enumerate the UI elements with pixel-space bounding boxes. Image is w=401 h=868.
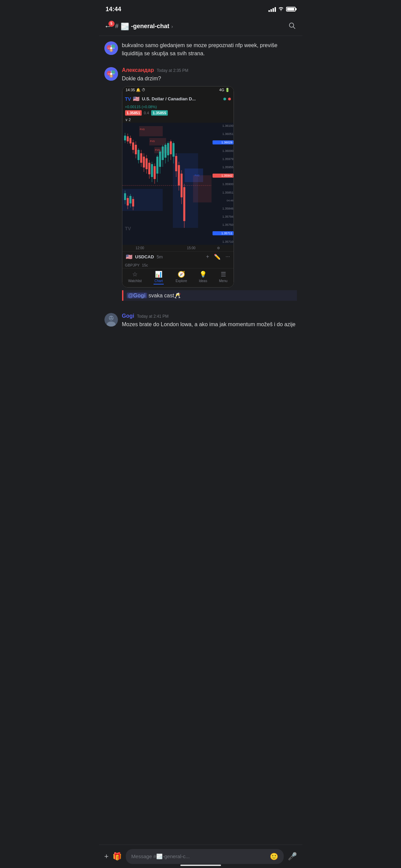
aleksandar-timestamp: Today at 2:35 PM <box>157 68 188 73</box>
svg-rect-66 <box>175 156 177 171</box>
ideas-icon: 💡 <box>199 271 207 278</box>
tv-nav-menu[interactable]: ☰ Menu <box>219 271 227 284</box>
back-button[interactable]: ← 5 <box>104 23 112 30</box>
channel-chevron-icon: › <box>172 24 173 29</box>
svg-rect-60 <box>167 143 169 155</box>
svg-rect-76 <box>126 198 128 205</box>
aleksandar-question: Dokle da drzim? <box>122 75 297 83</box>
tv-header: TV 🇺🇸 U.S. Dollar / Canadian D... <box>122 94 234 104</box>
svg-rect-34 <box>132 142 134 150</box>
svg-rect-40 <box>140 153 142 163</box>
svg-rect-58 <box>164 145 166 158</box>
tv-pen-icon[interactable]: ✏️ <box>214 254 221 260</box>
tv-price-row: 1.35851 0.4 1.35855 <box>122 110 234 117</box>
tv-nav-chart[interactable]: 📊 Chart <box>154 271 164 284</box>
avatar-prev <box>104 41 118 55</box>
tv-add-icon[interactable]: + <box>206 254 209 260</box>
username-aleksandar: Александар <box>122 67 154 73</box>
phone-status-bar: 14:35 🔔 ⏱ 4G 🔋 <box>122 86 234 94</box>
channel-name-area[interactable]: # 🌫️ -general-chat › <box>115 22 283 31</box>
aleksandar-message: Александар Today at 2:35 PM Dokle da drz… <box>99 65 302 304</box>
svg-rect-70 <box>180 174 182 197</box>
tv-nav-explore[interactable]: 🧭 Explore <box>176 271 187 284</box>
tv-flag-icon: 🇺🇸 <box>133 96 140 102</box>
username-gogi: Gogi <box>122 313 134 319</box>
tv-symbol: USDCAD <box>135 254 154 259</box>
avatar-aleksandar <box>104 67 118 81</box>
tv-indicators <box>223 98 231 100</box>
dot-green-icon <box>223 98 226 100</box>
tv-bottom-nav: ☆ Watchlist 📊 Chart 🧭 Explore 💡 Id <box>122 268 234 287</box>
gogi-message-header: Gogi Today at 2:41 PM <box>122 313 297 319</box>
tv-nav-menu-label: Menu <box>219 279 227 283</box>
svg-rect-48 <box>151 164 153 177</box>
tradingview-screenshot: 14:35 🔔 ⏱ 4G 🔋 TV 🇺🇸 U.S. Dollar / Canad… <box>122 86 234 288</box>
tv-timeframe: 5m <box>157 254 163 259</box>
add-button[interactable]: + <box>104 852 109 861</box>
signal-bars-icon <box>268 6 276 12</box>
gogi-message: Gogi Today at 2:41 PM Mozes brate do Lon… <box>99 311 302 331</box>
channel-emoji-icon: 🌫️ <box>121 22 129 31</box>
channel-header: ← 5 # 🌫️ -general-chat › <box>99 17 302 36</box>
prev-message-content: bukvalno samo gledanjem se moze prepozna… <box>122 41 297 58</box>
tv-ask-price: 1.35855 <box>151 110 168 116</box>
tv-toolbar-actions: + ✏️ ··· <box>206 254 230 260</box>
svg-rect-28 <box>124 136 126 140</box>
tv-nav-ideas[interactable]: 💡 Ideas <box>199 271 207 284</box>
messages-area: bukvalno samo gledanjem se moze prepozna… <box>99 36 302 361</box>
tv-second-pair: GBPJPY 15c <box>122 262 234 268</box>
wifi-icon <box>278 6 284 12</box>
channel-hash-icon: # <box>115 23 119 30</box>
gift-button[interactable]: 🎁 <box>113 852 122 861</box>
tv-time-12: 12:00 <box>136 246 144 250</box>
search-button[interactable] <box>287 20 297 32</box>
mention-gogi: @Gogi <box>127 293 147 298</box>
svg-text:FVG: FVG <box>150 140 155 142</box>
prev-message: bukvalno samo gledanjem se moze prepozna… <box>99 39 302 60</box>
menu-icon: ☰ <box>221 271 226 278</box>
tv-nav-chart-label: Chart <box>155 279 163 283</box>
status-bar: 14:44 <box>99 0 302 17</box>
gogi-timestamp: Today at 2:41 PM <box>137 314 168 319</box>
channel-title: -general-chat <box>131 23 169 30</box>
gogi-message-content: Gogi Today at 2:41 PM Mozes brate do Lon… <box>122 313 297 329</box>
emoji-button[interactable]: 🙂 <box>270 852 278 861</box>
prev-message-text: bukvalno samo gledanjem se moze prepozna… <box>122 41 297 58</box>
gogi-message-text: Mozes brate do London lowa, a ako ima ja… <box>122 320 297 329</box>
svg-rect-25 <box>193 175 212 202</box>
tv-price-change: +0.00115 (+0.08%) <box>122 104 234 110</box>
highlighted-reply-text: svaka cast🥂 <box>148 293 181 298</box>
phone-time: 14:35 🔔 ⏱ <box>126 88 146 92</box>
watchlist-icon: ☆ <box>132 271 138 278</box>
svg-point-84 <box>109 317 111 318</box>
svg-text:FVG: FVG <box>140 128 144 131</box>
svg-rect-42 <box>143 157 145 167</box>
tv-time-15: 15:00 <box>187 246 196 250</box>
message-input[interactable]: Message #🌫️-general-c... 🙂 <box>126 849 283 864</box>
tv-price-labels: 1.36100 1.36051 1.36029 1.36000 1.35979 … <box>213 123 234 245</box>
battery-icon <box>286 7 296 12</box>
svg-rect-44 <box>145 158 147 169</box>
mic-button[interactable]: 🎤 <box>288 852 297 861</box>
tv-toolbar: 🇺🇸 USDCAD 5m + ✏️ ··· <box>122 251 234 262</box>
svg-rect-36 <box>135 145 137 154</box>
tv-more-icon[interactable]: ··· <box>225 254 230 260</box>
svg-rect-30 <box>126 136 128 141</box>
highlighted-reply: @Gogi svaka cast🥂 <box>122 290 297 301</box>
notification-badge: 5 <box>108 21 115 27</box>
svg-text:FVG: FVG <box>155 149 160 151</box>
tv-nav-explore-label: Explore <box>176 279 187 283</box>
explore-icon: 🧭 <box>178 271 185 278</box>
tv-time-bar: 12:00 15:00 ⚙ <box>122 245 234 251</box>
status-icons <box>268 6 296 12</box>
svg-line-1 <box>293 27 295 28</box>
tv-spread: 0.4 <box>144 111 149 115</box>
svg-rect-78 <box>129 196 131 203</box>
tv-nav-watchlist-label: Watchlist <box>128 279 142 283</box>
svg-rect-56 <box>162 146 164 160</box>
tv-nav-watchlist[interactable]: ☆ Watchlist <box>128 271 142 284</box>
tv-usd-flag: 🇺🇸 <box>126 254 133 260</box>
fvg-box-1 <box>139 126 162 136</box>
tv-bid-price: 1.35851 <box>125 110 142 116</box>
tv-collapse: ∨ 2 <box>122 117 234 123</box>
